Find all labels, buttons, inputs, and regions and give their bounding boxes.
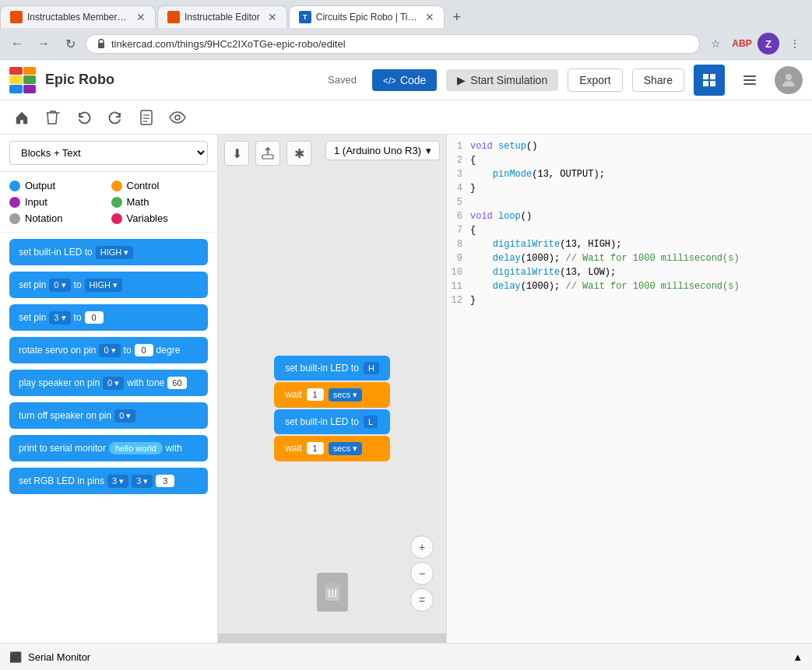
- blocks-view-button[interactable]: [694, 65, 725, 96]
- lock-icon: [96, 38, 107, 49]
- category-math-label: Math: [127, 196, 149, 208]
- block-set-pin-val[interactable]: set pin 3 ▾ to 0: [9, 304, 208, 331]
- control-dot: [111, 181, 122, 191]
- profile-abp[interactable]: ABP: [731, 33, 753, 54]
- category-control[interactable]: Control: [111, 180, 209, 191]
- code-area[interactable]: 1 void setup() 2 { 3 pinMode(13, OUTPUT)…: [447, 135, 812, 643]
- download-button[interactable]: ⬇: [224, 141, 249, 166]
- user-avatar[interactable]: [775, 66, 803, 94]
- home-button[interactable]: [9, 105, 34, 130]
- block-turn-off-speaker[interactable]: turn off speaker on pin 0 ▾: [9, 402, 208, 429]
- app-title: Epic Robo: [45, 72, 318, 88]
- forward-button[interactable]: →: [33, 33, 54, 54]
- canvas-led-dropdown-2[interactable]: L: [364, 416, 378, 428]
- bottom-bar[interactable]: ⬛ Serial Monitor ▲: [0, 643, 812, 670]
- category-output[interactable]: Output: [9, 180, 107, 191]
- canvas-block-set-led-2[interactable]: set built-in LED to L: [274, 409, 390, 434]
- block-val-0[interactable]: 0: [85, 311, 104, 324]
- block-set-led[interactable]: set built-in LED to HIGH ▾: [9, 239, 208, 265]
- start-simulation-button[interactable]: ▶ Start Simulation: [446, 69, 558, 91]
- block-rgb-p2[interactable]: 3 ▾: [132, 475, 153, 488]
- bug-button[interactable]: ✱: [286, 141, 311, 166]
- back-button[interactable]: ←: [6, 33, 28, 54]
- tab-label-3: Circuits Epic Robo | Tinkercad: [316, 12, 417, 23]
- canvas-secs-dropdown-1[interactable]: secs ▾: [329, 388, 363, 402]
- home-icon: [14, 110, 30, 125]
- tab-close-3[interactable]: ✕: [425, 11, 434, 23]
- tab-bar: Instructables Member: ZacharyA... ✕ Inst…: [0, 0, 812, 28]
- category-variables[interactable]: Variables: [111, 212, 209, 224]
- new-tab-button[interactable]: +: [446, 6, 468, 28]
- zoom-in-button[interactable]: +: [410, 535, 434, 559]
- category-notation[interactable]: Notation: [9, 212, 107, 224]
- block-play-speaker[interactable]: play speaker on pin 0 ▾ with tone 60: [9, 370, 208, 396]
- bookmark-button[interactable]: ☆: [705, 33, 726, 54]
- redo-button[interactable]: [103, 105, 128, 130]
- block-off-speaker-pin[interactable]: 0 ▾: [114, 409, 135, 423]
- block-rgb-p3[interactable]: 3: [156, 475, 174, 487]
- center-canvas: ⬇ ✱ 1 (Arduino Uno R3) ▾ set built-in LE…: [218, 135, 446, 643]
- delete-button[interactable]: [40, 105, 65, 130]
- visibility-button[interactable]: [165, 105, 190, 130]
- canvas-block-wait-2[interactable]: wait 1 secs ▾: [274, 436, 390, 461]
- block-servo-val[interactable]: 0: [135, 344, 153, 356]
- block-speaker-pin[interactable]: 0 ▾: [103, 377, 124, 390]
- undo-button[interactable]: [72, 105, 97, 130]
- tab-close-2[interactable]: ✕: [268, 11, 277, 23]
- svg-rect-19: [329, 582, 336, 585]
- block-servo-pin[interactable]: 0 ▾: [99, 344, 120, 357]
- tab-close-1[interactable]: ✕: [136, 11, 146, 23]
- zoom-out-button[interactable]: −: [410, 562, 434, 585]
- canvas-led-dropdown[interactable]: H: [364, 362, 379, 374]
- svg-rect-15: [262, 155, 273, 159]
- export-button[interactable]: Export: [568, 68, 622, 92]
- block-rgb-p1[interactable]: 3 ▾: [107, 475, 128, 488]
- category-grid: Output Control Input Math Notation Varia…: [0, 172, 217, 233]
- zoom-reset-button[interactable]: =: [410, 588, 434, 612]
- url-bar[interactable]: tinkercad.com/things/9HCc2IXoTGe-epic-ro…: [86, 34, 700, 54]
- svg-rect-0: [98, 43, 104, 48]
- block-mode-dropdown[interactable]: Blocks + Text: [9, 141, 208, 165]
- block-tone-val[interactable]: 60: [167, 377, 186, 389]
- canvas-wait-num-1[interactable]: 1: [307, 388, 324, 401]
- browser-chrome: Instructables Member: ZacharyA... ✕ Inst…: [0, 0, 812, 60]
- category-math[interactable]: Math: [111, 196, 209, 208]
- canvas-secs-dropdown-2[interactable]: secs ▾: [329, 442, 363, 455]
- upload-button[interactable]: [255, 141, 280, 166]
- notes-button[interactable]: [134, 105, 159, 130]
- tab-instructables[interactable]: Instructables Member: ZacharyA... ✕: [0, 5, 156, 28]
- grid-view-button[interactable]: [734, 65, 765, 96]
- code-line-4: 4 }: [447, 183, 812, 197]
- block-print-val[interactable]: hello world: [109, 442, 163, 454]
- code-line-10: 10 digitalWrite(13, LOW);: [447, 267, 812, 281]
- block-set-pin-high[interactable]: set pin 0 ▾ to HIGH ▾: [9, 272, 208, 298]
- canvas-block-set-led[interactable]: set built-in LED to H: [274, 356, 390, 381]
- category-input[interactable]: Input: [9, 196, 107, 208]
- trash-button[interactable]: [317, 573, 348, 612]
- canvas-scrollbar[interactable]: [218, 633, 446, 643]
- svg-rect-2: [703, 74, 708, 79]
- profile-z[interactable]: Z: [758, 33, 779, 54]
- tab-editor[interactable]: Instructable Editor ✕: [157, 5, 287, 28]
- block-set-rgb[interactable]: set RGB LED in pins 3 ▾ 3 ▾ 3: [9, 468, 208, 494]
- block-pin-0[interactable]: 0 ▾: [49, 279, 70, 292]
- svg-point-9: [786, 74, 792, 80]
- code-button[interactable]: </> Code: [372, 69, 437, 91]
- menu-button[interactable]: ⋮: [784, 33, 806, 54]
- refresh-button[interactable]: ↻: [59, 33, 81, 54]
- block-rotate-servo[interactable]: rotate servo on pin 0 ▾ to 0 degre: [9, 337, 208, 363]
- variables-dot: [111, 213, 122, 224]
- share-button[interactable]: Share: [632, 68, 684, 92]
- block-high-value[interactable]: HIGH ▾: [85, 279, 123, 292]
- block-print-serial[interactable]: print to serial monitor hello world with: [9, 435, 208, 461]
- canvas-block-wait-1[interactable]: wait 1 secs ▾: [274, 382, 390, 408]
- svg-rect-4: [703, 81, 708, 86]
- block-led-value[interactable]: HIGH ▾: [96, 246, 134, 259]
- tab-tinkercad[interactable]: T Circuits Epic Robo | Tinkercad ✕: [289, 5, 445, 28]
- address-bar: ← → ↻ tinkercad.com/things/9HCc2IXoTGe-e…: [0, 28, 812, 59]
- canvas-wait-num-2[interactable]: 1: [307, 442, 324, 454]
- input-dot: [9, 197, 20, 208]
- tab-favicon-2: [167, 11, 180, 23]
- block-mode-selector: Blocks + Text: [0, 135, 217, 172]
- block-pin-3[interactable]: 3 ▾: [49, 311, 70, 324]
